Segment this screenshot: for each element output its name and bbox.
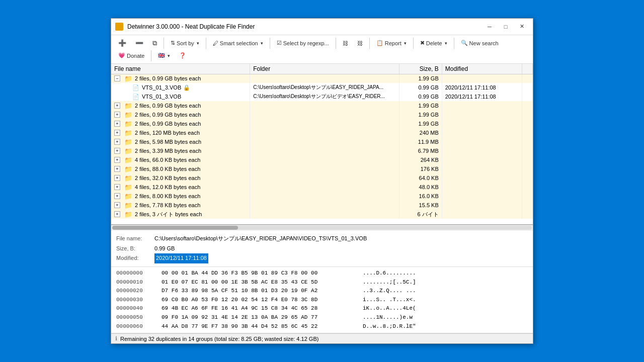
- hex-line: 0000003069 C0 B0 A0 53 F0 12 20 02 54 12…: [116, 296, 528, 305]
- expand-button[interactable]: +: [114, 184, 120, 190]
- expand-button[interactable]: +: [114, 148, 120, 154]
- toolbar-separator-3: [270, 38, 270, 49]
- copy-button[interactable]: ⧉: [148, 37, 161, 49]
- hex-addr: 00000020: [116, 287, 151, 296]
- group-extra: [522, 173, 532, 183]
- smart-selection-button[interactable]: 🖊 Smart selection: [209, 38, 267, 48]
- select-regexp-button[interactable]: ☑ Select by regexp...: [273, 38, 333, 48]
- table-row[interactable]: 📄 VTS_01_3.VOB C:\Users\softaro\Desktop\…: [111, 92, 533, 101]
- expand-button[interactable]: +: [114, 121, 120, 127]
- heart-icon: 💗: [118, 52, 125, 59]
- table-row[interactable]: + 📁 2 files, 0.99 GB bytes each 1.99 GB: [111, 119, 533, 128]
- sort-icon: ⇅: [171, 40, 175, 46]
- table-row[interactable]: + 📁 2 files, 3 バイト bytes each 6 バイト: [111, 210, 533, 219]
- language-button[interactable]: 🇬🇧: [154, 50, 174, 61]
- col-header-folder[interactable]: Folder: [250, 64, 399, 74]
- toolbar-separator-8: [151, 50, 151, 61]
- expand-button[interactable]: +: [114, 112, 120, 118]
- link1-icon: ⛓: [343, 40, 348, 46]
- hex-line: 0000000000 00 01 BA 44 DD 36 F3 B5 9B 01…: [116, 269, 528, 278]
- expand-button[interactable]: +: [114, 211, 120, 217]
- table-row[interactable]: + 📁 2 files, 7.78 KB bytes each 15.5 KB: [111, 201, 533, 210]
- donate-button[interactable]: 💗 Donate: [114, 50, 148, 61]
- folder-icon: 📁: [124, 129, 132, 137]
- delete-icon: ✖: [420, 40, 425, 46]
- expand-button[interactable]: +: [114, 103, 120, 109]
- group-folder: [250, 128, 399, 137]
- delete-label: Delete: [426, 40, 442, 46]
- plus-icon: ➕: [118, 39, 126, 47]
- expand-button[interactable]: +: [114, 130, 120, 136]
- remove-button[interactable]: ➖: [131, 37, 147, 49]
- group-size: 48.0 KB: [399, 183, 442, 192]
- group-size: 16.0 KB: [399, 192, 442, 201]
- group-folder: [250, 74, 399, 83]
- filename-value: C:\Users\softaro\Desktop\サンプル\EASY_RIDER…: [154, 234, 367, 244]
- maximize-button[interactable]: □: [499, 22, 513, 32]
- main-window: Detwinner 3.00.000 - Neat Duplicate File…: [111, 18, 533, 344]
- col-header-size[interactable]: Size, B: [399, 64, 442, 74]
- link1-button[interactable]: ⛓: [339, 38, 352, 48]
- col-header-filename[interactable]: File name: [111, 64, 250, 74]
- hex-bytes: 69 C0 B0 A0 53 F0 12 20 02 54 12 F4 E0 7…: [162, 296, 353, 305]
- toolbar-separator-6: [413, 38, 414, 49]
- file-name: VTS_01_3.VOB: [142, 84, 181, 90]
- hex-line: 0000005009 F0 1A 09 92 31 4E 14 2E 13 0A…: [116, 313, 528, 322]
- group-extra: [522, 74, 532, 83]
- table-row[interactable]: + 📁 2 files, 120 MB bytes each 240 MB: [111, 128, 533, 137]
- expand-button[interactable]: −: [114, 75, 120, 81]
- link2-button[interactable]: ⛓: [353, 38, 367, 48]
- table-row[interactable]: + 📁 4 files, 12.0 KB bytes each 48.0 KB: [111, 183, 533, 192]
- group-modified: [442, 74, 522, 83]
- close-button[interactable]: ✕: [515, 22, 529, 32]
- group-cell: + 📁 2 files, 120 MB bytes each: [111, 128, 250, 137]
- table-row[interactable]: + 📁 2 files, 88.0 KB bytes each 176 KB: [111, 164, 533, 173]
- group-modified: [442, 137, 522, 146]
- add-button[interactable]: ➕: [114, 37, 130, 49]
- scrollbar-thumb[interactable]: [112, 226, 238, 230]
- minimize-button[interactable]: ─: [482, 22, 497, 32]
- table-row[interactable]: − 📁 2 files, 0.99 GB bytes each 1.99 GB: [111, 74, 533, 83]
- table-row[interactable]: + 📁 2 files, 3.39 MB bytes each 6.79 MB: [111, 146, 533, 155]
- sort-label: Sort by: [177, 40, 194, 46]
- donate-label: Donate: [127, 53, 144, 59]
- table-row[interactable]: + 📁 4 files, 66.0 KB bytes each 264 KB: [111, 155, 533, 164]
- folder-icon: 📁: [124, 202, 132, 209]
- folder-icon: 📁: [124, 156, 132, 164]
- expand-button[interactable]: +: [114, 202, 120, 208]
- table-row[interactable]: 📄 VTS_01_3.VOB 🔒 C:\Users\softaro\Deskto…: [111, 83, 533, 92]
- group-name: 2 files, 3.39 MB bytes each: [135, 148, 201, 154]
- detail-filename-row: File name: C:\Users\softaro\Desktop\サンプル…: [116, 234, 528, 244]
- folder-icon: 📁: [124, 75, 132, 82]
- report-button[interactable]: 📋 Report: [372, 38, 411, 48]
- expand-button[interactable]: +: [114, 175, 120, 181]
- expand-button[interactable]: +: [114, 193, 120, 199]
- group-name: 2 files, 0.99 GB bytes each: [135, 112, 201, 118]
- delete-button[interactable]: ✖ Delete: [416, 38, 451, 48]
- table-row[interactable]: + 📁 2 files, 5.98 MB bytes each 11.9 MB: [111, 137, 533, 146]
- hex-addr: 00000000: [116, 269, 151, 278]
- group-modified: [442, 192, 522, 201]
- minus-icon: ➖: [135, 39, 143, 47]
- table-row[interactable]: + 📁 2 files, 8.00 KB bytes each 16.0 KB: [111, 192, 533, 201]
- detail-size-row: Size, B: 0.99 GB: [116, 244, 528, 254]
- help-button[interactable]: ❓: [175, 50, 190, 61]
- table-row[interactable]: + 📁 2 files, 0.99 GB bytes each 1.99 GB: [111, 101, 533, 110]
- status-text: Remaining 32 duplicates in 14 groups (to…: [120, 336, 318, 342]
- group-modified: [442, 110, 522, 119]
- expand-button[interactable]: +: [114, 166, 120, 172]
- group-cell: + 📁 4 files, 12.0 KB bytes each: [111, 183, 250, 192]
- col-header-modified[interactable]: Modified: [442, 64, 522, 74]
- expand-button[interactable]: +: [114, 157, 120, 163]
- expand-button[interactable]: +: [114, 139, 120, 145]
- sort-by-button[interactable]: ⇅ Sort by: [167, 38, 203, 48]
- group-folder: [250, 201, 399, 210]
- hex-line: 0000001001 E0 07 EC 81 00 00 1E 3B 5B AC…: [116, 278, 528, 287]
- group-modified: [442, 183, 522, 192]
- group-cell: + 📁 4 files, 66.0 KB bytes each: [111, 155, 250, 164]
- table-row[interactable]: + 📁 2 files, 0.99 GB bytes each 1.99 GB: [111, 110, 533, 119]
- group-modified: [442, 173, 522, 183]
- table-row[interactable]: + 📁 2 files, 32.0 KB bytes each 64.0 KB: [111, 173, 533, 183]
- horizontal-scrollbar[interactable]: [111, 225, 533, 231]
- new-search-button[interactable]: 🔍 New search: [457, 38, 503, 48]
